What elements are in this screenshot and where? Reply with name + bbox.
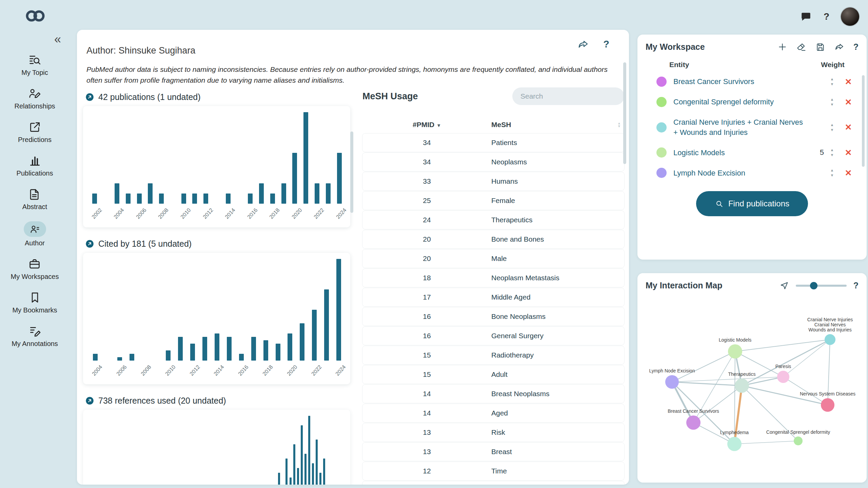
sidebar-item-author[interactable]: Author [24, 221, 46, 247]
map-node-paresis[interactable] [777, 371, 789, 383]
workspace-help-button[interactable]: ? [853, 42, 859, 52]
external-link-icon[interactable] [85, 396, 94, 405]
entity-remove-button[interactable]: ✕ [839, 122, 858, 132]
stepper-down-icon[interactable]: ▼ [830, 103, 834, 106]
sidebar-item-my-annotations[interactable]: My Annotations [12, 325, 58, 348]
map-zoom-slider[interactable] [796, 282, 847, 289]
external-link-icon[interactable] [85, 239, 94, 248]
mesh-table-row[interactable]: 20Male [362, 249, 624, 268]
sidebar-item-my-bookmarks[interactable]: My Bookmarks [12, 291, 57, 314]
chat-bubble-icon[interactable] [800, 11, 812, 23]
mesh-table-row[interactable]: 12Human Body [362, 481, 624, 485]
sidebar-item-my-workspaces[interactable]: My Workspaces [11, 258, 59, 281]
sidebar-item-abstract[interactable]: Abstract [22, 188, 47, 211]
entity-weight-stepper[interactable]: ▲▼ [825, 148, 839, 157]
entity-weight-stepper[interactable]: ▲▼ [825, 123, 839, 132]
entity-remove-button[interactable]: ✕ [839, 97, 858, 107]
map-help-button[interactable]: ? [853, 281, 859, 290]
entity-remove-button[interactable]: ✕ [839, 168, 858, 178]
sidebar-collapse-button[interactable]: « [54, 33, 61, 45]
help-button[interactable]: ? [824, 11, 829, 22]
chart-slot [100, 416, 104, 485]
slider-thumb[interactable] [810, 282, 817, 289]
mesh-table-row[interactable]: 16Bone Neoplasms [362, 307, 624, 326]
sidebar-item-relationships[interactable]: Relationships [14, 87, 55, 110]
stepper-down-icon[interactable]: ▼ [830, 153, 834, 157]
entity-weight-stepper[interactable]: ▲▼ [825, 77, 839, 86]
stepper-down-icon[interactable]: ▼ [830, 128, 834, 132]
user-avatar[interactable] [841, 7, 859, 26]
stepper-up-icon[interactable]: ▲ [830, 77, 834, 81]
map-node-breast[interactable] [686, 415, 701, 430]
mesh-term: Risk [491, 428, 624, 436]
pan-cursor-icon[interactable] [780, 281, 789, 290]
pmid-column-header[interactable]: #PMID▼ [362, 121, 491, 129]
mesh-pmid-count: 14 [362, 390, 491, 398]
entity-name: Logistic Models [673, 148, 806, 158]
mesh-table-row[interactable]: 34Patients [362, 134, 624, 152]
add-entity-icon[interactable] [777, 42, 787, 52]
entity-weight-stepper[interactable]: ▲▼ [825, 168, 839, 177]
stepper-up-icon[interactable]: ▲ [830, 123, 834, 127]
stepper-up-icon[interactable]: ▲ [830, 98, 834, 101]
stepper-up-icon[interactable]: ▲ [830, 148, 834, 152]
share-icon[interactable] [577, 39, 589, 50]
sidebar-item-predictions[interactable]: Predictions [18, 121, 52, 144]
mesh-table-row[interactable]: 15Radiotherapy [362, 346, 624, 364]
workspace-scrollbar[interactable] [862, 75, 865, 167]
chart-bar [202, 337, 207, 361]
mesh-table-row[interactable]: 13Breast [362, 443, 624, 461]
chart-bar [248, 194, 253, 204]
map-node-logistic[interactable] [728, 344, 742, 359]
mesh-column-header[interactable]: MeSH ▲▼ [491, 121, 624, 129]
map-node-lymphnode[interactable] [665, 375, 679, 389]
mesh-table-row[interactable]: 33Humans [362, 172, 624, 190]
map-node-nervous[interactable] [821, 398, 834, 412]
mesh-table-row[interactable]: 34Neoplasms [362, 153, 624, 171]
mesh-table-row[interactable]: 13Risk [362, 423, 624, 442]
find-publications-button[interactable]: Find publications [696, 191, 808, 216]
stepper-up-icon[interactable]: ▲ [830, 168, 834, 172]
chart-slot [217, 416, 221, 485]
mesh-pmid-count: 18 [362, 274, 491, 282]
entity-weight-stepper[interactable]: ▲▼ [825, 98, 839, 106]
sidebar-item-publications[interactable]: Publications [17, 154, 53, 177]
sort-idle-icon[interactable]: ▲▼ [617, 122, 621, 128]
mesh-table-row[interactable]: 14Breast Neoplasms [362, 385, 624, 403]
share-workspace-icon[interactable] [834, 42, 844, 52]
map-node-lymphedema[interactable] [727, 437, 742, 451]
mesh-table-row[interactable]: 15Adult [362, 365, 624, 384]
stepper-down-icon[interactable]: ▼ [830, 174, 834, 177]
mesh-table-row[interactable]: 20Bone and Bones [362, 230, 624, 248]
chart-x-label: 2020 [291, 207, 303, 220]
save-workspace-icon[interactable] [815, 42, 825, 52]
clear-workspace-icon[interactable] [796, 42, 806, 52]
mesh-table-row[interactable]: 14Aged [362, 404, 624, 422]
panel-help-button[interactable]: ? [603, 39, 609, 50]
bookmarks-icon [28, 291, 41, 304]
map-node-label: Lymph Node Excision [649, 368, 695, 373]
chart-slot [303, 416, 307, 485]
chart-slot [243, 416, 247, 485]
mesh-table-row[interactable]: 16General Surgery [362, 327, 624, 345]
sidebar-item-my-topic[interactable]: My Topic [21, 54, 48, 77]
map-node-congenital[interactable] [794, 436, 803, 445]
mesh-table-row[interactable]: 25Female [362, 191, 624, 210]
interaction-map-canvas[interactable]: Cranial Nerve InjuriesCranial NervesWoun… [646, 298, 859, 476]
mesh-table-row[interactable]: 17Middle Aged [362, 288, 624, 306]
mesh-table-row[interactable]: 24Therapeutics [362, 211, 624, 229]
map-node-cranial[interactable] [825, 334, 835, 345]
sidebar-item-label: Abstract [22, 203, 47, 211]
charts-column-scrollbar[interactable] [350, 131, 353, 213]
main-panel-scrollbar[interactable] [623, 62, 626, 164]
stepper-down-icon[interactable]: ▼ [830, 82, 834, 86]
sort-desc-icon[interactable]: ▼ [436, 123, 441, 128]
mesh-table-row[interactable]: 12Time [362, 462, 624, 480]
sidebar-nav: My TopicRelationshipsPredictionsPublicat… [0, 54, 70, 348]
entity-remove-button[interactable]: ✕ [839, 148, 858, 158]
mesh-table-row[interactable]: 18Neoplasm Metastasis [362, 269, 624, 287]
map-node-therapeutics[interactable] [735, 379, 749, 393]
external-link-icon[interactable] [85, 93, 94, 102]
entity-remove-button[interactable]: ✕ [839, 77, 858, 87]
mesh-search-input[interactable] [512, 87, 624, 105]
